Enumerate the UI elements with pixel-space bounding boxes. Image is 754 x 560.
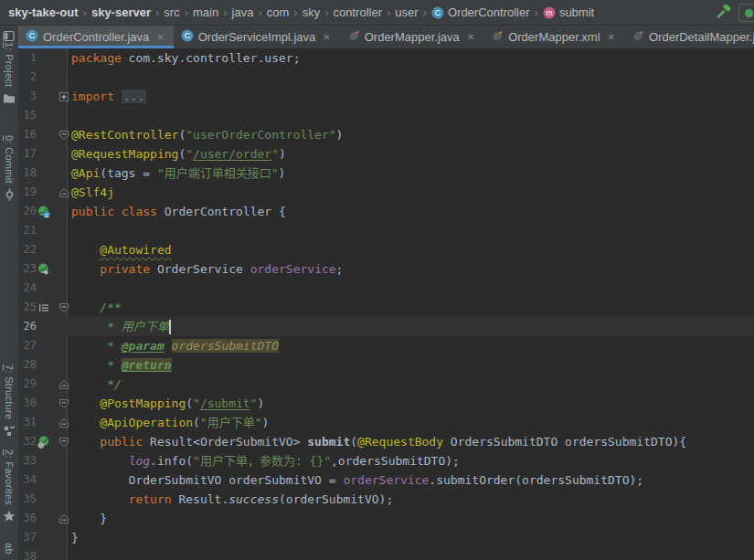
fold-marker-slot <box>51 451 71 470</box>
editor-tab[interactable]: COrderServiceImpl.java✕ <box>174 26 340 48</box>
code-text: */ <box>71 375 122 394</box>
code-text: /** <box>71 298 122 317</box>
breadcrumb-item-sky-take-out[interactable]: sky-take-out <box>8 5 79 19</box>
code-line: 19@Slf4j <box>18 183 754 202</box>
code-line: 32 public Result<OrderSubmitVO> submit(@… <box>18 432 754 451</box>
structure-icon <box>4 424 16 440</box>
text-caret <box>169 320 171 334</box>
mybatis-bird-xml-icon <box>491 29 504 45</box>
breadcrumb-item-submit[interactable]: msubmit <box>543 5 594 19</box>
breadcrumb-separator-icon: › <box>293 5 297 19</box>
line-number: 32 <box>18 432 37 451</box>
fold-marker-slot <box>51 317 71 336</box>
fold-marker-slot <box>51 490 71 509</box>
breadcrumb-separator-icon: › <box>535 5 538 19</box>
bean-c-icon[interactable]: c <box>37 202 51 221</box>
code-line: 38 <box>18 547 754 560</box>
code-line: 23 private OrderService orderService; <box>18 259 754 279</box>
code-line: 30 @PostMapping("/submit") <box>18 394 754 413</box>
code-text: public class OrderController { <box>71 202 286 221</box>
tool-window-button-structure[interactable]: 7: Structure <box>0 365 18 440</box>
code-text: import ... <box>71 87 146 106</box>
breadcrumb-item-sky[interactable]: sky <box>303 5 321 19</box>
breadcrumb-item-sky-server[interactable]: sky-server <box>91 5 151 19</box>
list-icon[interactable] <box>37 298 51 317</box>
breadcrumb-item-java[interactable]: java <box>232 5 254 19</box>
line-number: 28 <box>18 355 37 375</box>
fold-marker-slot <box>51 48 71 68</box>
line-number: 2 <box>18 68 37 87</box>
tab-close-icon[interactable]: ✕ <box>156 32 164 42</box>
fold-marker-down[interactable] <box>51 298 71 317</box>
breadcrumb-item-com[interactable]: com <box>267 5 290 19</box>
fold-marker-up[interactable] <box>51 509 71 528</box>
gutter-icon-slot <box>37 164 51 183</box>
code-line: 31 @ApiOperation("用户下单") <box>18 413 754 432</box>
fold-marker-down[interactable] <box>51 432 71 451</box>
code-text: public Result<OrderSubmitVO> submit(@Req… <box>71 432 686 451</box>
fold-marker-up[interactable] <box>51 183 71 202</box>
code-text: * @param ordersSubmitDTO <box>71 336 279 355</box>
code-text: @PostMapping("/submit") <box>71 394 264 413</box>
code-line: 18@Api(tags = "用户端订单相关接口") <box>18 164 754 183</box>
code-line: 16@RestController("userOrderController") <box>18 125 754 144</box>
code-editor[interactable]: 1package com.sky.controller.user;23impor… <box>18 48 754 560</box>
code-line: 21 <box>18 221 754 240</box>
line-number: 38 <box>18 547 37 560</box>
tab-close-icon[interactable]: ✕ <box>323 32 330 42</box>
line-number: 19 <box>18 183 37 202</box>
run-state-dot <box>745 9 753 17</box>
code-line: 37} <box>18 528 754 547</box>
breadcrumb-item-user[interactable]: user <box>395 5 418 19</box>
fold-marker-plus[interactable] <box>51 87 71 106</box>
tool-window-button-favorites[interactable]: 2: Favorites <box>0 449 18 526</box>
bean-globe-icon[interactable] <box>37 432 51 451</box>
tool-window-label: 2: Favorites <box>4 449 15 505</box>
tool-window-button-partial[interactable]: ab <box>0 543 18 555</box>
gutter-icon-slot <box>37 355 51 375</box>
tool-window-button-project[interactable]: 1: Project <box>0 42 18 108</box>
tab-label: OrderController.java <box>43 30 149 44</box>
gutter-icon-slot <box>37 470 51 490</box>
commit-icon <box>4 188 16 205</box>
breadcrumb-item-src[interactable]: src <box>164 5 179 19</box>
bean-arrow-icon[interactable] <box>37 259 51 279</box>
fold-marker-slot <box>51 68 71 87</box>
line-number: 26 <box>18 317 37 336</box>
fold-marker-down[interactable] <box>51 125 71 144</box>
fold-marker-slot <box>51 221 71 240</box>
gutter-icon-slot <box>37 106 51 125</box>
run-configuration-widget[interactable] <box>738 4 754 22</box>
gutter-icon-slot <box>37 509 51 528</box>
code-line: 20cpublic class OrderController { <box>18 202 754 221</box>
editor-tab[interactable]: OrderMapper.java✕ <box>340 26 483 48</box>
editor-tab[interactable]: COrderController.java✕ <box>18 26 174 48</box>
fold-marker-up[interactable] <box>51 375 71 394</box>
code-line: 17@RequestMapping("/user/order") <box>18 144 754 164</box>
tab-label: OrderMapper.xml <box>508 30 600 44</box>
editor-tab[interactable]: OrderDetailMapper.j✕ <box>624 26 754 48</box>
gutter-icon-slot <box>37 68 51 87</box>
code-line: 2 <box>18 68 754 87</box>
breadcrumb: sky-take-out›sky-server›src›main›java›co… <box>0 0 754 26</box>
fold-marker-up[interactable] <box>51 413 71 432</box>
tool-window-button-commit[interactable]: 0: Commit <box>0 135 18 205</box>
line-number: 1 <box>18 48 37 68</box>
gutter-icon-slot <box>37 528 51 547</box>
breadcrumb-item-ordercontroller[interactable]: COrderController <box>431 5 530 19</box>
gutter-icon-slot <box>37 336 51 355</box>
line-number: 30 <box>18 394 37 413</box>
tab-close-icon[interactable]: ✕ <box>608 32 615 42</box>
breadcrumb-separator-icon: › <box>155 5 159 19</box>
fold-marker-down[interactable] <box>51 394 71 413</box>
code-line: 1package com.sky.controller.user; <box>18 48 754 68</box>
breadcrumb-item-main[interactable]: main <box>193 5 218 19</box>
fold-marker-slot <box>51 547 71 560</box>
code-text: log.info("用户下单，参数为: {}",ordersSubmitDTO)… <box>71 451 460 470</box>
build-hammer-icon[interactable] <box>715 5 731 21</box>
tab-close-icon[interactable]: ✕ <box>467 32 474 42</box>
breadcrumb-item-controller[interactable]: controller <box>334 5 382 19</box>
gutter-icon-slot <box>37 183 51 202</box>
svg-text:C: C <box>435 8 441 17</box>
editor-tab[interactable]: OrderMapper.xml✕ <box>483 26 624 48</box>
